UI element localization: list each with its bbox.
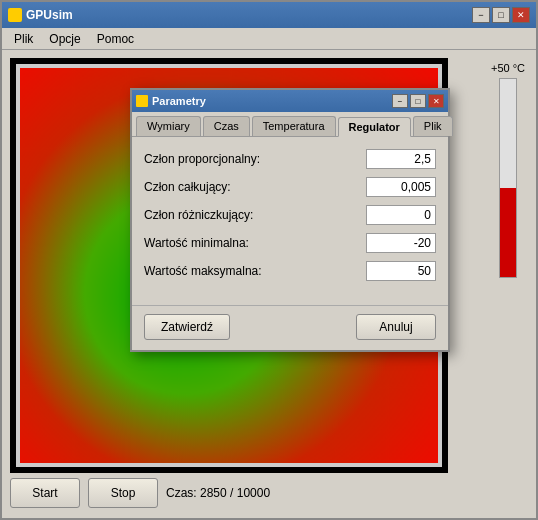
- main-title-bar: GPUsim − □ ✕: [2, 2, 536, 28]
- stop-button[interactable]: Stop: [88, 478, 158, 508]
- tab-temperatura[interactable]: Temperatura: [252, 116, 336, 136]
- main-minimize-btn[interactable]: −: [472, 7, 490, 23]
- form-row-0: Człon proporcjonalny:: [144, 149, 436, 169]
- dialog-maximize-btn[interactable]: □: [410, 94, 426, 108]
- thermo-label: +50 °C: [491, 62, 525, 74]
- form-row-1: Człon całkujący:: [144, 177, 436, 197]
- input-min[interactable]: [366, 233, 436, 253]
- dialog-footer: Zatwierdź Anuluj: [132, 305, 448, 350]
- thermo-bar-fill: [500, 188, 516, 277]
- label-max: Wartość maksymalna:: [144, 264, 366, 278]
- confirm-button[interactable]: Zatwierdź: [144, 314, 230, 340]
- status-text: Czas: 2850 / 10000: [166, 486, 270, 500]
- main-title-buttons: − □ ✕: [472, 7, 530, 23]
- input-derivative[interactable]: [366, 205, 436, 225]
- dialog-title-bar: Parametry − □ ✕: [132, 90, 448, 112]
- dialog-body: Człon proporcjonalny: Człon całkujący: C…: [132, 137, 448, 301]
- dialog-close-btn[interactable]: ✕: [428, 94, 444, 108]
- label-derivative: Człon różniczkujący:: [144, 208, 366, 222]
- tabs-bar: Wymiary Czas Temperatura Regulator Plik: [132, 112, 448, 137]
- thermometer-area: +50 °C: [488, 58, 528, 473]
- dialog-minimize-btn[interactable]: −: [392, 94, 408, 108]
- main-title-text: GPUsim: [26, 8, 73, 22]
- label-integral: Człon całkujący:: [144, 180, 366, 194]
- dialog-title-text: Parametry: [152, 95, 206, 107]
- menu-plik[interactable]: Plik: [6, 30, 41, 48]
- form-row-2: Człon różniczkujący:: [144, 205, 436, 225]
- main-title-icon: [8, 8, 22, 22]
- main-window: GPUsim − □ ✕ Plik Opcje Pomoc +50 °C: [0, 0, 538, 520]
- form-row-3: Wartość minimalna:: [144, 233, 436, 253]
- dialog-title-buttons: − □ ✕: [392, 94, 444, 108]
- tab-plik[interactable]: Plik: [413, 116, 453, 136]
- bottom-bar: Start Stop Czas: 2850 / 10000: [10, 473, 528, 513]
- menu-pomoc[interactable]: Pomoc: [89, 30, 142, 48]
- tab-czas[interactable]: Czas: [203, 116, 250, 136]
- start-button[interactable]: Start: [10, 478, 80, 508]
- thermo-bar-background: [499, 78, 517, 278]
- main-maximize-btn[interactable]: □: [492, 7, 510, 23]
- main-close-btn[interactable]: ✕: [512, 7, 530, 23]
- input-proportional[interactable]: [366, 149, 436, 169]
- dialog-parametry: Parametry − □ ✕ Wymiary Czas Temperatura…: [130, 88, 450, 352]
- gpu-display-area: +50 °C Parametry − □ ✕: [10, 58, 528, 473]
- tab-wymiary[interactable]: Wymiary: [136, 116, 201, 136]
- tab-regulator[interactable]: Regulator: [338, 117, 411, 137]
- menu-opcje[interactable]: Opcje: [41, 30, 88, 48]
- menu-bar: Plik Opcje Pomoc: [2, 28, 536, 50]
- label-proportional: Człon proporcjonalny:: [144, 152, 366, 166]
- form-row-4: Wartość maksymalna:: [144, 261, 436, 281]
- cancel-button[interactable]: Anuluj: [356, 314, 436, 340]
- label-min: Wartość minimalna:: [144, 236, 366, 250]
- main-content: +50 °C Parametry − □ ✕: [2, 50, 536, 520]
- input-integral[interactable]: [366, 177, 436, 197]
- input-max[interactable]: [366, 261, 436, 281]
- dialog-title-icon: [136, 95, 148, 107]
